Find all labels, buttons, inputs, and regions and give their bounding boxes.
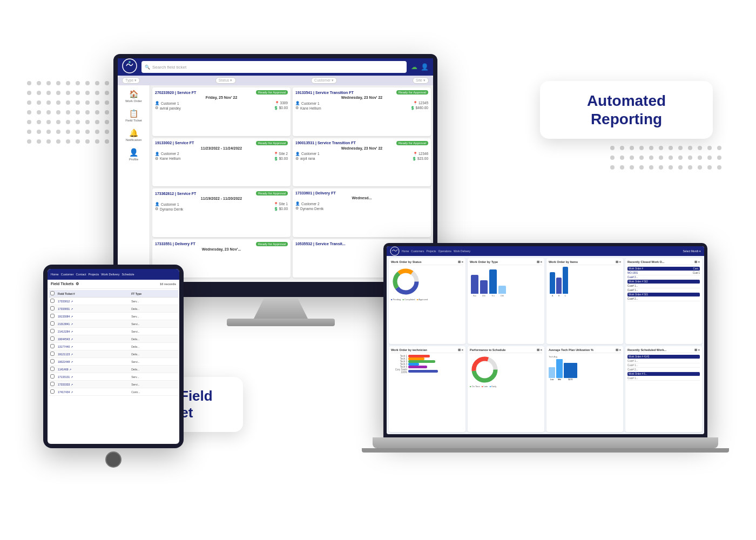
dash-nav-projects[interactable]: Projects	[427, 249, 436, 253]
dash-nav-operations[interactable]: Operations	[438, 249, 451, 253]
tablet-nav-projects[interactable]: Projects	[88, 273, 99, 276]
tablet-table-container: Field Ticket # FT Type 17333812 ↗Serv...…	[48, 289, 179, 397]
card-expand-icon-6[interactable]: ⊞ ×	[537, 348, 542, 352]
row-checkbox[interactable]	[50, 321, 55, 326]
dash-card-recent-scheduled-title: Recently Scheduled Work... ⊞ ×	[627, 348, 700, 353]
ticket-badge-5: Ready for Approval	[256, 191, 288, 195]
filter-site[interactable]: Site ▾	[413, 77, 429, 84]
bar-value	[471, 275, 478, 294]
ticket-card-1[interactable]: 270233920 | Service FT Ready for Approva…	[152, 87, 291, 136]
dash-nav-home[interactable]: Home	[402, 249, 409, 253]
dash-nav-customers[interactable]: Customers	[411, 249, 424, 253]
dash-card-performance: Performance to Schedule ⊞ × ■ On Time ■ …	[468, 346, 544, 432]
row-checkbox[interactable]	[50, 367, 55, 371]
tablet-nav-schedule[interactable]: Schedule	[122, 273, 134, 276]
table-row[interactable]: 21413284 ↗Servi...	[49, 328, 178, 335]
card-expand-icon-7[interactable]: ⊞ ×	[616, 348, 621, 352]
table-row[interactable]: 17333831 ↗Deliv...	[49, 305, 178, 313]
sidebar-item-fieldticket[interactable]: 📋 Field Ticket	[125, 109, 141, 122]
dash-card-technician: Work Order by technician ⊞ × Tech 1 Tech…	[389, 346, 465, 432]
ticket-date-7: Wednesday, 23 Nov'...	[155, 247, 288, 251]
table-row[interactable]: 1141469 ↗Deliv...	[49, 366, 178, 373]
search-input[interactable]: 🔍 Search field ticket	[141, 61, 407, 73]
card-expand-icon-2[interactable]: ⊞ ×	[537, 260, 542, 264]
list-item[interactable]: WO-1001Cust 1	[627, 271, 700, 275]
ticket-date-6: Wednesd...	[295, 196, 428, 200]
tablet-nav-home[interactable]: Home	[51, 273, 59, 276]
list-item[interactable]: Cust# 1...	[627, 288, 700, 293]
table-row[interactable]: 13177440 ↗Deliv...	[49, 343, 178, 350]
tablet-screen: Home Customer Contact Projects Work Deli…	[43, 265, 184, 448]
table-row[interactable]: 19044543 ↗Deliv...	[49, 335, 178, 343]
table-row[interactable]: 19121123 ↗Deliv...	[49, 350, 178, 358]
list-item[interactable]: Work Order # 503	[627, 293, 700, 297]
table-row[interactable]: 19022448 ↗Servi...	[49, 358, 178, 366]
dash-select-month[interactable]: Select Month ▾	[683, 249, 701, 253]
dash-nav-work-delivery[interactable]: Work Delivery	[454, 249, 470, 253]
ticket-user-1: aviral pandey	[160, 106, 181, 110]
row-checkbox[interactable]	[50, 352, 55, 356]
card-expand-icon[interactable]: ⊞ ×	[458, 260, 463, 264]
card-expand-icon-3[interactable]: ⊞ ×	[616, 260, 621, 264]
card-expand-icon-5[interactable]: ⊞ ×	[458, 348, 463, 352]
row-checkbox[interactable]	[50, 374, 55, 379]
row-checkbox[interactable]	[50, 344, 55, 348]
card-expand-icon-4[interactable]: ⊞ ×	[694, 260, 700, 264]
filter-customer[interactable]: Customer ▾	[311, 77, 337, 84]
laptop-device: Home Customers Projects Operations Work …	[383, 243, 718, 470]
list-item[interactable]: Cust# 1...	[627, 359, 700, 363]
svg-point-0	[123, 59, 137, 73]
row-checkbox[interactable]	[50, 389, 55, 394]
list-item[interactable]: Cust# 2...	[627, 368, 700, 372]
laptop-app-content: Home Customers Projects Operations Work …	[387, 246, 704, 434]
table-row[interactable]: 17333812 ↗Serv...	[49, 298, 178, 305]
table-row[interactable]: 17133131 ↗Serv...	[49, 373, 178, 381]
ticket-customer-6: Customer 2	[301, 202, 320, 206]
table-row[interactable]: 21313841 ↗Servi...	[49, 320, 178, 328]
ticket-card-2[interactable]: 19133541 | Service Transition FT Ready f…	[293, 87, 431, 136]
bar-value	[550, 272, 555, 294]
list-item[interactable]: Cust# 1...	[627, 363, 700, 368]
bar-chart-technician: Tech 1 Tech 2 Tech 3 Tech 4 Tech 5 Cory …	[391, 355, 463, 374]
tablet-nav-customer[interactable]: Customer	[61, 273, 74, 276]
list-item[interactable]: Cust# 2...	[627, 275, 700, 280]
tablet-home-button[interactable]	[105, 451, 122, 468]
row-checkbox[interactable]	[50, 299, 55, 303]
row-checkbox[interactable]	[50, 359, 55, 363]
ticket-badge-3: Ready for Approval	[256, 141, 288, 145]
list-item[interactable]: Work Order # 502	[627, 280, 700, 284]
filter-type[interactable]: Type ▾	[122, 77, 140, 84]
list-item[interactable]: Cust# 1...	[627, 284, 700, 288]
row-checkbox[interactable]	[50, 329, 55, 333]
tablet-nav-workdelivery[interactable]: Work Delivery	[101, 273, 119, 276]
list-item[interactable]: Cust# 1...	[627, 376, 700, 381]
row-checkbox[interactable]	[50, 306, 55, 310]
ticket-card-4[interactable]: 190013531 | Service Transition FT Ready …	[293, 138, 431, 187]
row-checkbox[interactable]	[50, 382, 55, 386]
row-checkbox[interactable]	[50, 336, 55, 341]
ticket-date-5: 11/19/2022 - 11/20/2022	[155, 197, 288, 200]
monitor-stand	[254, 297, 308, 319]
card-expand-icon-8[interactable]: ⊞ ×	[694, 348, 700, 352]
ticket-card-3[interactable]: 19133002 | Service FT Ready for Approval…	[152, 138, 291, 187]
sidebar-item-notification[interactable]: 🔔 Notification	[126, 129, 142, 141]
row-checkbox[interactable]	[50, 314, 55, 318]
table-row[interactable]: 19133084 ↗Serv...	[49, 313, 178, 320]
table-row[interactable]: 17417434 ↗Contr...	[49, 388, 178, 396]
dashboard-header: Home Customers Projects Operations Work …	[387, 246, 704, 256]
col-field-ticket: Field Ticket #	[56, 290, 130, 298]
list-item[interactable]: Work Order # 5...	[627, 372, 700, 376]
ticket-id-1: 270233920 | Service FT	[155, 91, 196, 94]
sidebar-item-profile[interactable]: 👤 Profile	[129, 148, 138, 161]
list-item[interactable]: Cust# 2...	[627, 297, 700, 301]
filter-status[interactable]: Status ▾	[215, 77, 236, 84]
ticket-card-6[interactable]: 17333601 | Delivery FT Wednesd... 👤Custo…	[293, 188, 431, 237]
select-all-checkbox[interactable]	[50, 291, 55, 295]
ticket-id-4: 190013531 | Service Transition FT	[295, 141, 356, 145]
tablet-nav-contact[interactable]: Contact	[76, 273, 86, 276]
dash-card-recent-closed: Recently Closed Work O... ⊞ × Work Order…	[625, 258, 702, 344]
ticket-card-5[interactable]: 173362812 | Service FT Ready for Approva…	[152, 188, 291, 237]
sidebar-item-workorder[interactable]: 🏠 Work Order	[125, 90, 142, 103]
bar-value	[563, 267, 568, 294]
table-row[interactable]: 17333333 ↗Servi...	[49, 381, 178, 388]
